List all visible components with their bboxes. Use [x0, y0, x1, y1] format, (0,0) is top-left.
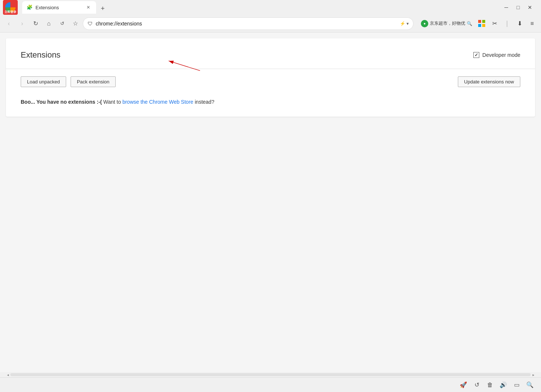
browser-logo-text: 立即登录 — [3, 10, 18, 14]
address-dropdown-icon[interactable]: ⚡ ▾ — [400, 21, 409, 26]
page-content: Extensions Developer mode Load unpacked … — [0, 32, 541, 372]
page-header: Extensions Developer mode — [21, 50, 520, 60]
header-divider — [6, 69, 535, 69]
bottom-search-icon[interactable]: 🔍 — [525, 380, 535, 390]
active-tab[interactable]: 🧩 Extensions ✕ — [22, 1, 96, 14]
divider-btn: | — [501, 18, 513, 30]
microsoft-button[interactable] — [476, 18, 488, 30]
bottom-window-icon[interactable]: ▭ — [511, 380, 522, 390]
developer-mode-section: Developer mode — [473, 52, 520, 58]
bottom-trash-icon[interactable]: 🗑 — [485, 380, 495, 390]
jd-label: 京东超市，好物优 — [430, 20, 465, 27]
microsoft-icon — [478, 20, 486, 27]
scroll-left-arrow[interactable]: ◂ — [5, 372, 10, 377]
scroll-right-arrow[interactable]: ▸ — [531, 372, 536, 377]
ms-blue — [478, 24, 481, 27]
scrollbar[interactable]: ◂ ▸ — [0, 372, 541, 377]
navigation-bar: ‹ › ↻ ⌂ ↺ ☆ 🛡 ⚡ ▾ ● 京东超市，好物优 🔍 — [0, 15, 541, 32]
browser-logo[interactable]: 立即登录 — [3, 0, 18, 15]
browser-window: 立即登录 🧩 Extensions ✕ + ─ □ ✕ ‹ › ↻ ⌂ ↺ ☆ … — [0, 0, 541, 392]
empty-message-prefix: Boo... You have no extensions :-( — [21, 99, 102, 105]
ms-green — [482, 20, 485, 23]
menu-button[interactable]: ≡ — [526, 18, 538, 30]
bookmark-button[interactable]: ☆ — [69, 18, 81, 30]
bottom-rocket-icon[interactable]: 🚀 — [458, 380, 469, 390]
developer-mode-checkbox[interactable] — [473, 52, 479, 58]
maximize-button[interactable]: □ — [513, 2, 523, 13]
tabs-area: 🧩 Extensions ✕ + — [19, 1, 500, 14]
tab-title: Extensions — [35, 5, 82, 10]
download-button[interactable]: ⬇ — [514, 18, 525, 30]
close-button[interactable]: ✕ — [525, 2, 535, 13]
ms-yellow — [482, 24, 485, 27]
load-unpacked-button[interactable]: Load unpacked — [21, 76, 66, 87]
svg-line-1 — [169, 61, 200, 71]
empty-message-middle: Want to — [103, 99, 123, 105]
tab-close-button[interactable]: ✕ — [85, 4, 92, 11]
title-bar: 立即登录 🧩 Extensions ✕ + ─ □ ✕ — [0, 0, 541, 15]
home-button[interactable]: ⌂ — [43, 18, 55, 30]
developer-mode-label: Developer mode — [482, 52, 520, 58]
pack-extension-button[interactable]: Pack extension — [71, 76, 116, 87]
jd-icon: ● — [421, 20, 428, 27]
forward-button[interactable]: › — [16, 18, 28, 30]
empty-message-suffix: instead? — [195, 99, 214, 105]
scrollbar-track[interactable] — [10, 373, 531, 376]
actions-row: Load unpacked Pack extension Update exte… — [21, 76, 520, 87]
update-extensions-button[interactable]: Update extensions now — [458, 76, 520, 87]
cws-link[interactable]: browse the Chrome Web Store — [122, 99, 193, 105]
address-input[interactable] — [96, 21, 397, 27]
page-title: Extensions — [21, 50, 61, 60]
minimize-button[interactable]: ─ — [501, 2, 511, 13]
refresh-button[interactable]: ↻ — [30, 18, 41, 30]
bottom-refresh-icon[interactable]: ↺ — [472, 380, 482, 390]
back-button[interactable]: ‹ — [3, 18, 15, 30]
window-controls: ─ □ ✕ — [501, 2, 538, 13]
extensions-page: Extensions Developer mode Load unpacked … — [6, 38, 535, 117]
back-page-button[interactable]: ↺ — [56, 18, 68, 30]
tab-puzzle-icon: 🧩 — [27, 4, 33, 10]
scissors-button[interactable]: ✂ — [489, 18, 500, 30]
jd-button[interactable]: ● 京东超市，好物优 🔍 — [418, 20, 475, 27]
security-icon: 🛡 — [88, 21, 93, 27]
actions-left: Load unpacked Pack extension — [21, 76, 116, 87]
ms-red — [478, 20, 481, 23]
empty-message: Boo... You have no extensions :-( Want t… — [21, 99, 520, 105]
address-bar[interactable]: 🛡 ⚡ ▾ — [83, 17, 414, 30]
jd-search-icon: 🔍 — [467, 21, 472, 26]
bottom-bar: 🚀 ↺ 🗑 🔊 ▭ 🔍 — [0, 377, 541, 392]
toolbar-right: ● 京东超市，好物优 🔍 ✂ | ⬇ ≡ — [415, 18, 538, 30]
new-tab-button[interactable]: + — [98, 3, 108, 14]
bottom-sound-icon[interactable]: 🔊 — [498, 380, 508, 390]
